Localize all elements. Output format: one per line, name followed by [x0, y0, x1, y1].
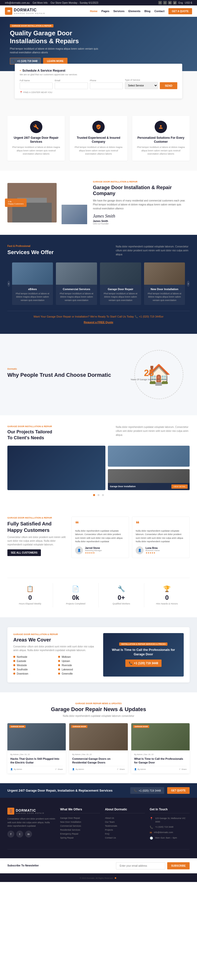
footer-logo: 🚪 DORMATIC GARAGE DOOR REPAIR — [7, 808, 55, 815]
feature-item-2: Trusted Experienced & Insured Company Ph… — [70, 116, 127, 161]
blog-card-date-2: By Admin | Dec 19, 22 — [72, 753, 91, 756]
phone-input[interactable] — [90, 83, 123, 89]
services-desc: Nulla dolor reprehenderit cupidatat volu… — [116, 245, 190, 256]
services-request-quote-link[interactable]: Request a FREE Quote — [84, 321, 113, 324]
stat-number-4: 0 — [147, 594, 187, 601]
blog-card-share-3[interactable]: ↗Share — [179, 768, 187, 770]
footer-link-5[interactable]: Emergency Repair — [60, 833, 100, 835]
footer-twitter-icon[interactable]: t — [16, 830, 23, 838]
footer-about-link-6[interactable]: Contact Us — [105, 837, 145, 839]
service-card-img-3 — [100, 262, 141, 285]
form-submit-button[interactable]: SEND — [160, 82, 177, 89]
logo[interactable]: DORMATIC GARAGE DOOR REPAIR — [5, 7, 45, 15]
footer-link-1[interactable]: Garage Door Repair — [60, 817, 100, 819]
hero-phone[interactable]: 📞 +1 (120) 719 3448 — [10, 58, 41, 64]
twitter-icon[interactable]: t — [163, 1, 167, 5]
hero-learn-button[interactable]: LEARN MORE — [43, 58, 68, 64]
footer-link-3[interactable]: Commercial Services — [60, 825, 100, 827]
footer-about-link-3[interactable]: Testimonials — [105, 825, 145, 827]
area-southside: Southside — [13, 668, 53, 671]
footer-phone-text: +1 (020) 719 3448 — [155, 826, 173, 829]
view-detail-button[interactable]: VIEW DETAIL — [172, 484, 188, 488]
testimonial-text-2: Nulla dolor reprehenderit cupidatat volu… — [136, 529, 186, 544]
footer-email[interactable]: ✉ info@dormatic.com — [150, 831, 190, 834]
footer-about-link-5[interactable]: FAQ — [105, 833, 145, 835]
footer-facebook-icon[interactable]: f — [7, 830, 14, 838]
feature-title-1: Urgent 24/7 Garage Door Repair Services — [11, 136, 61, 144]
find-location-link[interactable]: 📍 FIND A CENTER NEAR YOU — [20, 91, 177, 94]
location-icon: 📍 — [20, 91, 22, 94]
author-role-1: Marketing Manager — [85, 549, 102, 552]
language-selector[interactable]: Eng — [178, 2, 183, 4]
services-next-button[interactable]: › — [187, 281, 190, 287]
newsletter-submit-button[interactable]: SUBSCRIBE — [167, 862, 190, 869]
service-card-title-1: eBikes — [14, 288, 51, 291]
areas-cta-phone[interactable]: 📞 +1 (120) 719 3448 — [125, 660, 162, 667]
project-dot-3[interactable] — [102, 494, 104, 496]
blog-card-title-1[interactable]: Hacks That Quinn Is Still Plugged Into t… — [10, 757, 63, 765]
about-stat-label: Happy Customers — [8, 203, 24, 205]
area-riverside: Riverside — [58, 664, 98, 667]
fullname-group: Full Name — [20, 79, 53, 89]
footer-divider — [7, 849, 190, 850]
email-input[interactable] — [55, 83, 88, 89]
footer-phone[interactable]: 📞 +1 (020) 719 3448 — [150, 826, 190, 829]
blog-card-category-2: GARAGE DOOR — [71, 725, 87, 728]
youtube-icon[interactable]: yt — [173, 1, 177, 5]
nav-services[interactable]: Services — [113, 10, 125, 13]
repair-icon — [33, 124, 39, 130]
author-avatar-1: 👤 — [75, 546, 83, 554]
footer-link-6[interactable]: Spring Repair — [60, 837, 100, 839]
navbar: DORMATIC GARAGE DOOR REPAIR Home Pages S… — [0, 5, 197, 17]
blog-card-image-1: GARAGE DOOR — [7, 723, 66, 750]
blog-card-title-3[interactable]: What Is Time to Call the Professionals f… — [134, 757, 187, 765]
blog-card-title-2[interactable]: Commercial Garage Doors on Residential G… — [72, 757, 125, 765]
trust-stat: 25 Years Of Garage Installation Services — [131, 368, 167, 381]
service-card-desc-4: Phol tempor incididunt ut labore et dolo… — [146, 292, 183, 302]
project-dot-1[interactable] — [93, 494, 95, 496]
blog-card-1: GARAGE DOOR By Admin | Dec 19, 22 Hacks … — [7, 723, 66, 773]
footer-logo-icon: 🚪 — [7, 808, 14, 815]
nav-home[interactable]: Home — [90, 10, 98, 13]
facebook-icon[interactable]: f — [158, 1, 162, 5]
services-prev-button[interactable]: ‹ — [7, 281, 10, 287]
blog-card-share-1[interactable]: ↗Share — [55, 768, 63, 770]
footer-link-4[interactable]: Residential Services — [60, 829, 100, 831]
stat-icon-1: 📋 — [10, 585, 50, 592]
nav-contact[interactable]: Contact — [154, 10, 164, 13]
currency-selector[interactable]: USD $ — [185, 2, 192, 4]
footer-about-link-4[interactable]: Projects — [105, 829, 145, 831]
projects-grid: Garage Door Installation VIEW DETAIL — [7, 445, 190, 490]
newsletter-input[interactable] — [116, 862, 165, 869]
projects-title: Our Projects Tailored To Client's Needs — [7, 429, 57, 441]
service-card-desc-1: Phol tempor incididunt ut labore et dolo… — [14, 292, 51, 302]
area-dot-icon — [58, 656, 60, 658]
project-dot-2[interactable] — [98, 494, 99, 496]
about-section: 3.5k Happy Customers GARAGE DOOR INSTALL… — [0, 170, 197, 235]
services-phone-link[interactable]: Call Us Today 📞 +1 (020) 719 3445or — [117, 315, 164, 318]
service-type-select[interactable]: Select Service — [125, 82, 158, 89]
footer-instagram-icon[interactable]: in — [25, 830, 32, 838]
fullname-input[interactable] — [20, 83, 53, 89]
nav-pages[interactable]: Pages — [101, 10, 109, 13]
linkedin-icon[interactable]: in — [168, 1, 172, 5]
projects-header: GARAGE DOOR INSTALLATION & REPAIR Our Pr… — [7, 425, 190, 441]
phone-label: Phone — [90, 79, 123, 82]
testimonials-cta-button[interactable]: SEE ALL CUSTOMERS — [7, 549, 41, 556]
bottom-cta-button[interactable]: GET QUOTE — [167, 787, 190, 794]
nav-blog[interactable]: Blog — [144, 10, 150, 13]
footer-about-link-1[interactable]: About Us — [105, 817, 145, 819]
nav-cta-button[interactable]: GET A QUOTE — [169, 8, 192, 14]
blog-card-share-2[interactable]: ↗Share — [117, 768, 125, 770]
stat-label-1: Hours Elapsed Weekly — [10, 603, 50, 605]
footer-about-link-2[interactable]: Our Team — [105, 821, 145, 823]
bottom-cta-phone[interactable]: 📞 +1 (020) 719 3448 — [130, 787, 164, 794]
testimonials-header: GARAGE DOOR INSTALLATION & REPAIR Fully … — [7, 517, 190, 558]
email-label: Email — [55, 79, 88, 82]
footer-logo-text-group: DORMATIC GARAGE DOOR REPAIR — [16, 808, 44, 814]
area-dot-icon — [13, 668, 15, 670]
blog-card-category-3: GARAGE DOOR — [133, 725, 150, 728]
footer-link-2[interactable]: New Door Installation — [60, 821, 100, 823]
nav-elements[interactable]: Elements — [129, 10, 140, 13]
blog-card-footer-2: 👤By Admin ↗Share — [72, 766, 125, 770]
